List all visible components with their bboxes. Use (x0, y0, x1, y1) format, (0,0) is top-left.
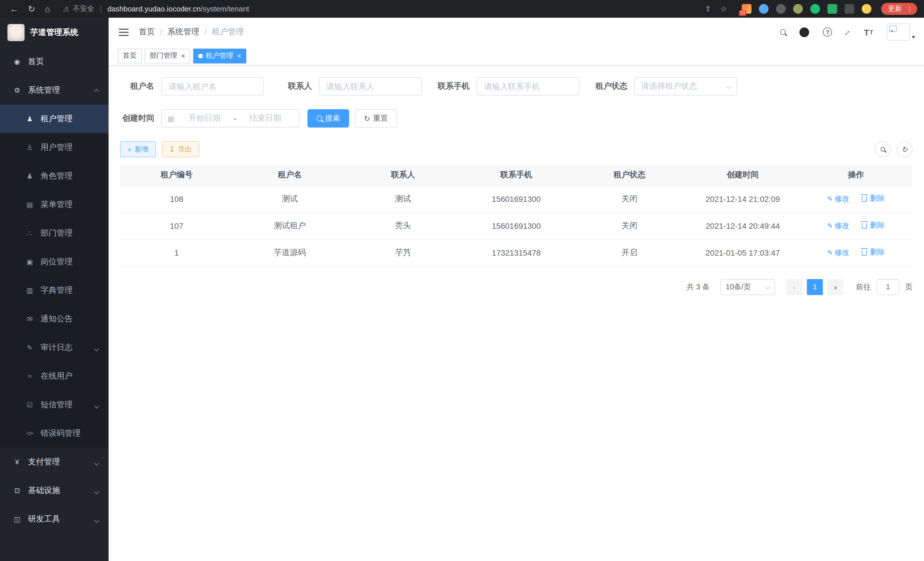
search-icon (316, 116, 322, 121)
goto-page-input[interactable] (877, 279, 899, 295)
sidebar-item-payment[interactable]: ¥ 支付管理 (0, 448, 109, 476)
refresh-button[interactable]: ↻ (897, 141, 913, 157)
sidebar-item-sms[interactable]: ☑ 短信管理 (0, 391, 109, 419)
avatar (887, 23, 910, 41)
delete-link[interactable]: 删除 (862, 247, 885, 257)
contact-input[interactable] (319, 77, 422, 96)
back-icon[interactable]: ← (7, 5, 21, 13)
reset-button[interactable]: ↻ 重置 (355, 109, 397, 128)
sidebar-item-infra[interactable]: ⊡ 基础设施 (0, 476, 109, 505)
close-icon[interactable]: × (181, 52, 185, 59)
extension-icon[interactable] (827, 4, 837, 14)
user-menu[interactable]: ▾ (887, 23, 915, 41)
sidebar-item-tenant[interactable]: ♟ 租户管理 (0, 105, 109, 133)
sidebar-item-post[interactable]: ▣ 岗位管理 (0, 248, 109, 276)
close-icon[interactable]: × (237, 52, 241, 59)
cell-name: 测试 (233, 185, 346, 212)
toggle-search-button[interactable] (875, 141, 891, 157)
help-icon[interactable]: ? (823, 27, 832, 37)
extension-icon[interactable] (759, 4, 769, 14)
extensions-puzzle-icon[interactable] (844, 4, 854, 14)
search-icon (880, 147, 885, 152)
download-icon: ↧ (169, 146, 175, 153)
sidebar: 芋道管理系统 ◉ 首页 ⚙ 系统管理 ♟ 租户管理 ♙ 用户管理 (0, 18, 109, 561)
sidebar-item-dept[interactable]: ∴ 部门管理 (0, 219, 109, 248)
fullscreen-icon[interactable]: ↕ (843, 27, 853, 37)
cell-phone: 15601691300 (460, 212, 573, 239)
edit-link[interactable]: ✎修改 (827, 221, 849, 231)
search-button[interactable]: 搜索 (308, 109, 349, 128)
font-size-icon[interactable]: TT (864, 27, 873, 37)
reload-icon[interactable]: ↻ (25, 5, 38, 13)
edit-link[interactable]: ✎修改 (827, 248, 849, 258)
column-header-name: 租户名 (233, 165, 346, 185)
extension-icon[interactable] (793, 4, 803, 14)
sidebar-item-online-user[interactable]: ≈ 在线用户 (0, 362, 109, 391)
tab-tenant[interactable]: 租户管理 × (193, 48, 246, 63)
chevron-down-icon (95, 400, 98, 409)
tab-home[interactable]: 首页 (118, 48, 142, 63)
sidebar-item-user[interactable]: ♙ 用户管理 (0, 133, 109, 162)
page-size-select[interactable]: 10条/页 (720, 279, 775, 295)
cell-created: 2021-12-14 20:49:44 (686, 212, 799, 239)
user-icon: ♙ (25, 144, 35, 152)
sidebar-item-audit-log[interactable]: ✎ 审计日志 (0, 333, 109, 362)
sidebar-item-notice[interactable]: ✉ 通知公告 (0, 305, 109, 333)
cell-created: 2021-01-05 17:03:47 (686, 239, 799, 266)
bookmark-star-icon[interactable]: ☆ (717, 5, 730, 13)
breadcrumb-home[interactable]: 首页 (139, 27, 155, 37)
logo-image (8, 24, 25, 41)
security-label[interactable]: 不安全 (73, 4, 94, 14)
chevron-down-icon (765, 284, 770, 289)
app-logo[interactable]: 芋道管理系统 (0, 18, 109, 47)
sidebar-toggle[interactable] (118, 26, 130, 38)
extension-icon[interactable] (776, 4, 786, 14)
delete-link[interactable]: 删除 (862, 193, 885, 204)
add-button[interactable]: + 新增 (120, 141, 156, 157)
sidebar-item-label: 部门管理 (40, 228, 73, 238)
tab-dept[interactable]: 部门管理 × (145, 48, 190, 63)
address-bar[interactable]: ⚠ 不安全 dashboard.yudao.iocoder.cn/system/… (57, 4, 730, 14)
extension-icon[interactable]: 10 (742, 4, 752, 14)
filter-phone: 联系手机 (435, 77, 579, 96)
page-size-value: 10条/页 (726, 282, 751, 292)
screen: ← ↻ ⌂ ⚠ 不安全 dashboard.yudao.iocoder.cn/s… (0, 0, 924, 561)
share-icon[interactable]: ⇧ (702, 5, 714, 13)
prev-page-button[interactable]: ‹ (786, 279, 802, 295)
sidebar-item-label: 字典管理 (40, 285, 73, 296)
sidebar-item-dict[interactable]: ▥ 字典管理 (0, 276, 109, 305)
home-icon[interactable]: ⌂ (42, 5, 53, 13)
update-button[interactable]: 更新 ⋮ (881, 3, 917, 15)
sidebar-item-role[interactable]: ♟ 角色管理 (0, 162, 109, 190)
profile-avatar[interactable] (862, 4, 872, 14)
cell-actions: ✎修改 删除 (800, 239, 913, 266)
sidebar-item-menu[interactable]: ▤ 菜单管理 (0, 190, 109, 219)
sidebar-item-home[interactable]: ◉ 首页 (0, 47, 109, 76)
filter-contact: 联系人 (278, 77, 422, 96)
cell-name: 芋道源码 (233, 239, 346, 266)
date-range-picker[interactable]: ▦ 开始日期 - 结束日期 (161, 109, 299, 128)
page-number-1[interactable]: 1 (807, 279, 823, 295)
post-badge-icon: ▣ (25, 258, 35, 266)
kebab-menu-icon[interactable]: ⋮ (906, 5, 913, 13)
edit-link[interactable]: ✎修改 (827, 194, 849, 204)
tenant-status-select[interactable]: 请选择租户状态 (634, 77, 737, 96)
extension-icon[interactable] (810, 4, 820, 14)
sidebar-item-label: 错误码管理 (40, 428, 81, 439)
sidebar-item-error-code[interactable]: </> 错误码管理 (0, 419, 109, 448)
next-page-button[interactable]: › (827, 279, 843, 295)
sidebar-item-label: 用户管理 (40, 142, 73, 153)
column-header-phone: 联系手机 (460, 165, 573, 185)
delete-link[interactable]: 删除 (862, 220, 885, 230)
header-search-icon[interactable] (780, 29, 786, 35)
tenant-name-input[interactable] (161, 77, 264, 96)
cell-contact: 测试 (346, 185, 460, 212)
breadcrumb-system[interactable]: 系统管理 (167, 27, 200, 37)
github-icon[interactable] (800, 27, 809, 37)
chevron-down-icon (95, 486, 98, 495)
export-button[interactable]: ↧ 导出 (161, 141, 199, 157)
edit-icon: ✎ (827, 222, 833, 230)
phone-input[interactable] (477, 77, 579, 96)
sidebar-item-devtools[interactable]: ◫ 研发工具 (0, 505, 109, 534)
sidebar-item-system[interactable]: ⚙ 系统管理 (0, 76, 109, 105)
